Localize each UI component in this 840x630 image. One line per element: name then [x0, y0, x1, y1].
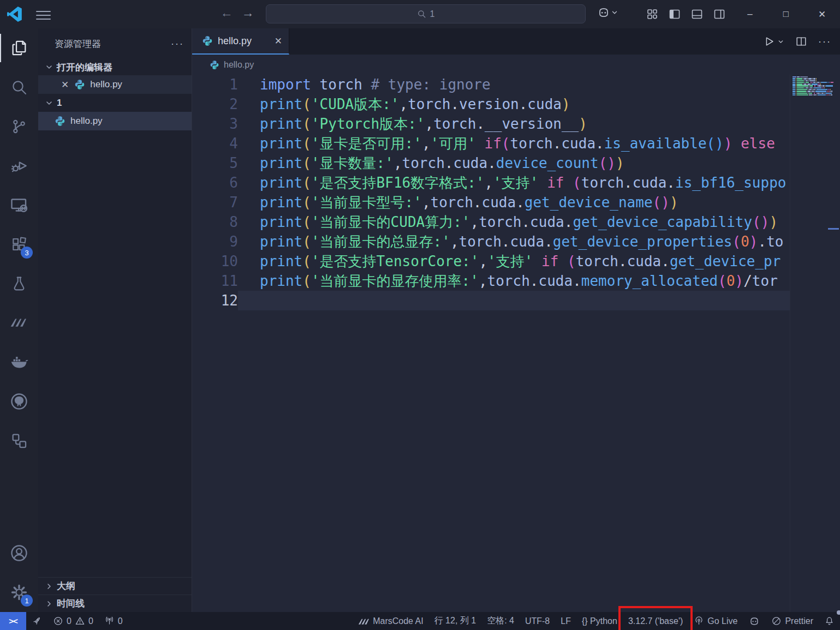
tab-close-icon[interactable]: ✕ [275, 35, 282, 47]
warning-count: 0 [88, 616, 93, 626]
copilot-titlebar-button[interactable] [597, 5, 618, 20]
rocket-launcher-button[interactable] [26, 612, 47, 630]
code-line-12[interactable] [238, 291, 790, 310]
account-icon[interactable] [0, 533, 38, 573]
python-file-icon [74, 79, 85, 90]
notification-dot [837, 610, 840, 615]
open-editors-section[interactable]: 打开的编辑器 [38, 59, 192, 75]
code-line-5[interactable]: print('显卡数量:',torch.cuda.device_count()) [238, 153, 790, 173]
line-number-4[interactable]: 4 [192, 134, 238, 153]
code-lines[interactable]: import torch # type: ignoreprint('CUDA版本… [238, 75, 790, 612]
title-bar: ← → 1 [0, 0, 840, 28]
outline-section[interactable]: 大纲 [38, 577, 192, 595]
close-editor-icon[interactable]: ✕ [61, 79, 69, 91]
code-editor[interactable]: 123456789101112 import torch # type: ign… [192, 75, 840, 612]
breadcrumb[interactable]: hello.py [192, 55, 840, 75]
run-debug-icon[interactable] [0, 146, 38, 185]
docker-icon[interactable] [0, 343, 38, 382]
file-item-hello-py[interactable]: hello.py [38, 112, 192, 130]
radio-tower-icon [104, 616, 115, 626]
ports-indicator[interactable]: 0 [99, 612, 128, 630]
timeline-section[interactable]: 时间线 [38, 595, 192, 612]
marscode-ai-icon[interactable] [0, 303, 38, 343]
open-editor-hello-py[interactable]: ✕ hello.py [38, 75, 192, 94]
window-controls: – □ ✕ [732, 0, 840, 28]
line-number-3[interactable]: 3 [192, 114, 238, 134]
notifications-button[interactable] [819, 612, 840, 630]
copilot-status-button[interactable] [743, 612, 766, 630]
open-editor-filename: hello.py [90, 79, 122, 90]
close-button[interactable]: ✕ [804, 0, 840, 28]
python-file-icon [202, 35, 213, 46]
testing-icon[interactable] [0, 264, 38, 303]
open-editors-label: 打开的编辑器 [57, 61, 112, 74]
marscode-status-item[interactable]: MarsCode AI [353, 612, 428, 630]
back-arrow-icon[interactable]: ← [218, 5, 235, 20]
tab-label: hello.py [218, 35, 252, 47]
flow-blocks-icon[interactable] [0, 421, 38, 460]
tab-hello-py[interactable]: hello.py ✕ [192, 28, 289, 55]
minimap[interactable] [790, 75, 840, 612]
workspace-folder-section[interactable]: 1 [38, 94, 192, 112]
code-line-6[interactable]: print('是否支持BF16数字格式:','支持' if (torch.cud… [238, 173, 790, 193]
toggle-secondary-sidebar-icon[interactable] [711, 6, 728, 22]
layout-controls [644, 6, 728, 22]
minimize-button[interactable]: – [732, 0, 768, 28]
github-icon[interactable] [0, 382, 38, 421]
maximize-button[interactable]: □ [768, 0, 804, 28]
more-actions-icon[interactable]: ··· [818, 36, 831, 47]
line-number-10[interactable]: 10 [192, 251, 238, 271]
problems-indicator[interactable]: 0 0 [47, 612, 99, 630]
prettier-status-button[interactable]: Prettier [766, 612, 819, 630]
split-editor-icon[interactable] [795, 35, 807, 47]
encoding[interactable]: UTF-8 [520, 612, 555, 630]
line-number-11[interactable]: 11 [192, 271, 238, 291]
code-line-4[interactable]: print('显卡是否可用:','可用' if(torch.cuda.is_av… [238, 134, 790, 153]
search-view-icon[interactable] [0, 68, 38, 107]
forward-arrow-icon[interactable]: → [239, 5, 257, 20]
remote-explorer-icon[interactable] [0, 185, 38, 225]
chevron-down-icon [45, 63, 53, 71]
eol-sequence[interactable]: LF [555, 612, 576, 630]
command-center-search[interactable]: 1 [266, 4, 586, 23]
line-number-2[interactable]: 2 [192, 94, 238, 114]
run-button[interactable] [763, 35, 784, 47]
line-number-8[interactable]: 8 [192, 212, 238, 232]
line-number-7[interactable]: 7 [192, 193, 238, 212]
chevron-down-icon [45, 99, 53, 107]
sidebar-more-icon[interactable]: ··· [171, 38, 184, 50]
toggle-panel-icon[interactable] [689, 6, 705, 22]
code-line-9[interactable]: print('当前显卡的总显存:',torch.cuda.get_device_… [238, 232, 790, 251]
menu-hamburger-icon[interactable] [36, 8, 51, 20]
line-number-12[interactable]: 12 [192, 291, 238, 310]
gutter[interactable]: 123456789101112 [192, 75, 238, 612]
vscode-window: ← → 1 [0, 0, 840, 630]
code-line-1[interactable]: import torch # type: ignore [238, 75, 790, 94]
indentation[interactable]: 空格: 4 [481, 612, 520, 630]
code-line-7[interactable]: print('当前显卡型号:',torch.cuda.get_device_na… [238, 193, 790, 212]
source-control-icon[interactable] [0, 107, 38, 146]
extensions-icon[interactable]: 3 [0, 225, 38, 264]
editor-actions: ··· [763, 28, 831, 55]
customize-layout-icon[interactable] [644, 6, 660, 22]
line-number-5[interactable]: 5 [192, 153, 238, 173]
language-mode[interactable]: {} Python [576, 612, 623, 630]
code-line-3[interactable]: print('Pytorch版本:',torch.__version__) [238, 114, 790, 134]
line-number-1[interactable]: 1 [192, 75, 238, 94]
python-interpreter[interactable]: 3.12.7 ('base') [623, 612, 688, 630]
broadcast-icon [694, 616, 704, 626]
line-number-9[interactable]: 9 [192, 232, 238, 251]
outline-label: 大纲 [57, 580, 75, 592]
go-live-button[interactable]: Go Live [688, 612, 743, 630]
chevron-down-icon [777, 38, 784, 45]
code-line-10[interactable]: print('是否支持TensorCore:','支持' if (torch.c… [238, 251, 790, 271]
line-number-6[interactable]: 6 [192, 173, 238, 193]
settings-gear-icon[interactable]: 1 [0, 573, 38, 612]
remote-indicator[interactable]: >< [0, 612, 26, 630]
code-line-11[interactable]: print('当前显卡的显存使用率:',torch.cuda.memory_al… [238, 271, 790, 291]
explorer-icon[interactable] [0, 28, 38, 68]
cursor-position[interactable]: 行 12, 列 1 [429, 612, 481, 630]
code-line-2[interactable]: print('CUDA版本:',torch.version.cuda) [238, 94, 790, 114]
toggle-primary-sidebar-icon[interactable] [666, 6, 683, 22]
code-line-8[interactable]: print('当前显卡的CUDA算力:',torch.cuda.get_devi… [238, 212, 790, 232]
